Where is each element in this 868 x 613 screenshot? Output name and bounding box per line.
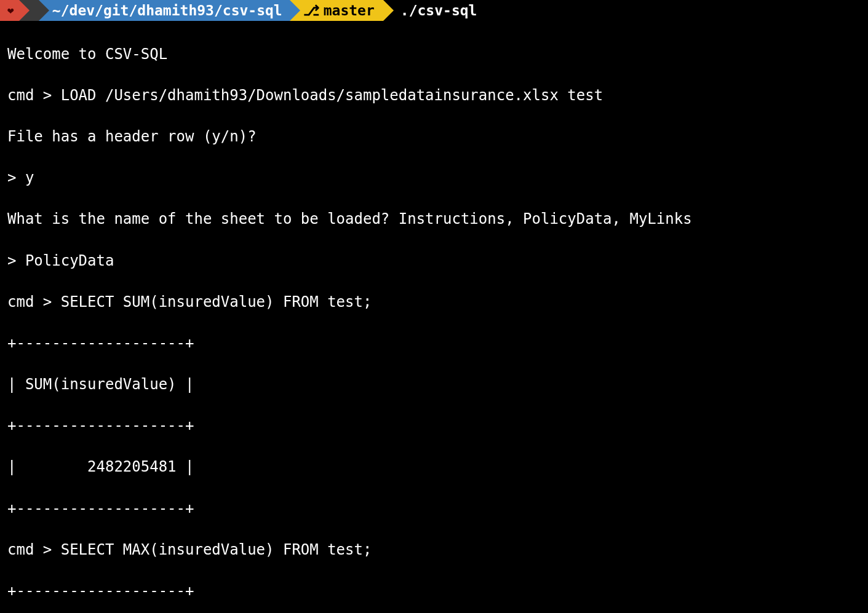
table-border: +-------------------+ [7, 333, 861, 354]
prompt-segment-git: ⎇ master [290, 0, 383, 21]
sheet-answer-line: > PolicyData [7, 251, 861, 272]
prompt-segment-command: ./csv-sql [383, 0, 485, 21]
table-header: | SUM(insuredValue) | [7, 374, 861, 395]
heart-broken-icon: ❤ [7, 2, 14, 18]
query-sum-cmd: cmd > SELECT SUM(insuredValue) FROM test… [7, 292, 861, 313]
header-prompt-line: File has a header row (y/n)? [7, 127, 861, 148]
query-max-cmd: cmd > SELECT MAX(insuredValue) FROM test… [7, 540, 861, 561]
shell-prompt-bar: ❤ ~/dev/git/dhamith93/csv-sql ⎇ master .… [0, 0, 868, 21]
table-border: +-------------------+ [7, 416, 861, 437]
git-branch-icon: ⎇ [303, 1, 320, 20]
table-row: | 2482205481 | [7, 457, 861, 478]
executed-command: ./csv-sql [400, 1, 477, 20]
sheet-prompt-line: What is the name of the sheet to be load… [7, 209, 861, 230]
welcome-line: Welcome to CSV-SQL [7, 44, 861, 65]
load-command-line: cmd > LOAD /Users/dhamith93/Downloads/sa… [7, 85, 861, 106]
git-branch-name: master [324, 1, 375, 20]
table-border: +-------------------+ [7, 499, 861, 520]
header-answer-line: > y [7, 168, 861, 189]
prompt-segment-status: ❤ [0, 0, 19, 21]
terminal-output[interactable]: Welcome to CSV-SQL cmd > LOAD /Users/dha… [0, 21, 868, 613]
table-border: +-------------------+ [7, 581, 861, 602]
prompt-segment-path: ~/dev/git/dhamith93/csv-sql [39, 0, 290, 21]
current-path: ~/dev/git/dhamith93/csv-sql [52, 1, 282, 20]
